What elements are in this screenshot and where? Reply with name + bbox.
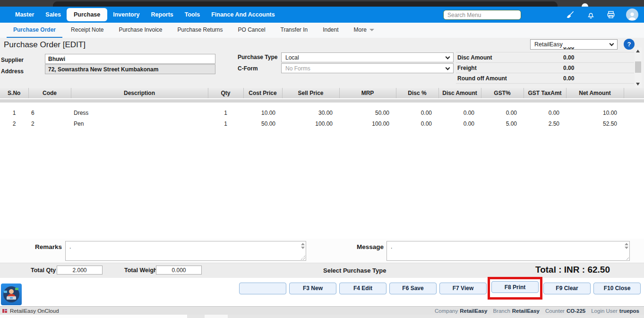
login-user-value: truepos xyxy=(619,308,639,314)
total-weight-field[interactable] xyxy=(156,266,202,275)
f4-edit-button[interactable]: F4 Edit xyxy=(339,283,386,294)
retaileasy-logo-icon xyxy=(2,308,8,314)
cell-net-amount: 10.00 xyxy=(566,107,624,118)
menu-master[interactable]: Master xyxy=(9,8,40,21)
tab-purchase-returns[interactable]: Purchase Returns xyxy=(171,23,229,38)
user-avatar[interactable] xyxy=(626,9,638,21)
table-row[interactable]: 2 2 Pen 1 50.00 100.00 100.00 0.00 0.00 … xyxy=(0,118,644,129)
remarks-label: Remarks xyxy=(35,243,62,250)
menu-reports[interactable]: Reports xyxy=(146,8,179,21)
tab-purchase-invoice[interactable]: Purchase Invoice xyxy=(112,23,169,38)
cell-qty: 1 xyxy=(208,107,243,118)
spinner-icons[interactable] xyxy=(301,243,305,249)
table-row[interactable]: 1 6 Dress 1 10.00 30.00 50.00 0.00 0.00 … xyxy=(0,107,644,118)
col-qty[interactable]: Qty xyxy=(208,88,243,98)
col-sell-price[interactable]: Sell Price xyxy=(282,88,339,98)
tab-po-cancel[interactable]: PO Cancel xyxy=(232,23,272,38)
scrollbar-thumb[interactable] xyxy=(635,61,641,73)
highlight-red-box: F8 Print xyxy=(488,277,542,300)
f7-view-button[interactable]: F7 View xyxy=(439,283,487,294)
col-mrp[interactable]: MRP xyxy=(339,88,396,98)
col-net-amount[interactable]: Net Amount xyxy=(566,88,624,98)
col-filler xyxy=(624,88,644,98)
col-gst-pct[interactable]: GST% xyxy=(481,88,524,98)
menu-sales[interactable]: Sales xyxy=(40,8,67,21)
tab-more[interactable]: More xyxy=(347,23,381,38)
supplier-field[interactable]: Bhuwi xyxy=(45,54,215,64)
spinner-icons[interactable] xyxy=(625,243,628,249)
supplier-label: Supplier xyxy=(1,57,24,63)
chevron-down-icon xyxy=(369,29,374,31)
cell-mrp: 100.00 xyxy=(339,118,396,129)
remarks-textarea[interactable]: . xyxy=(66,241,306,260)
f8-print-button[interactable]: F8 Print xyxy=(491,281,539,293)
profile-select-value: RetailEasy xyxy=(534,41,563,48)
purchase-submenu: Purchase Order Receipt Note Purchase Inv… xyxy=(0,23,644,38)
cell-filler xyxy=(624,107,644,118)
menu-purchase[interactable]: Purchase xyxy=(67,8,107,21)
cell-net-amount: 52.50 xyxy=(566,118,624,129)
support-chat-icon[interactable] xyxy=(1,284,22,305)
purchase-type-select[interactable]: Local xyxy=(281,52,454,62)
counter-value: CO-225 xyxy=(567,308,585,314)
col-disc-pct[interactable]: Disc % xyxy=(396,88,438,98)
totals-band: Total Qty Total Weight Select Purchase T… xyxy=(0,263,644,278)
col-code[interactable]: Code xyxy=(28,88,71,98)
cform-select[interactable]: No Forms xyxy=(281,63,454,73)
select-purchase-type-label[interactable]: Select Purchase Type xyxy=(323,267,386,274)
tab-purchase-order[interactable]: Purchase Order xyxy=(7,23,62,38)
menu-search xyxy=(443,10,521,20)
cell-gst-pct: 0.00 xyxy=(481,107,524,118)
charges-panel: 0.00 Disc Amount 0.00 Freight 0.00 Round… xyxy=(456,47,634,88)
charge-label: Round off Amount xyxy=(456,75,563,82)
col-description[interactable]: Description xyxy=(71,88,208,98)
top-menu-bar: Master Sales Purchase Inventory Reports … xyxy=(0,7,644,23)
col-disc-amount[interactable]: Disc Amount xyxy=(438,88,481,98)
charge-row-freight[interactable]: Freight 0.00 xyxy=(456,63,634,73)
charge-row-round-off[interactable]: Round off Amount 0.00 xyxy=(456,73,634,84)
tab-more-label: More xyxy=(354,26,367,33)
tab-receipt-note[interactable]: Receipt Note xyxy=(64,23,110,38)
col-gst-taxamt[interactable]: GST TaxAmt xyxy=(524,88,566,98)
menu-inventory[interactable]: Inventory xyxy=(107,8,145,21)
f6-save-button[interactable]: F6 Save xyxy=(389,283,437,294)
tab-indent[interactable]: Indent xyxy=(316,23,345,38)
browser-tab xyxy=(53,1,558,7)
cell-sno: 2 xyxy=(0,118,28,129)
horizontal-scrollbar[interactable] xyxy=(0,315,644,318)
cell-code: 2 xyxy=(28,118,71,129)
notifications-bell-icon[interactable] xyxy=(585,9,596,20)
message-field-wrap: . xyxy=(386,241,630,261)
f3-new-button[interactable]: F3 New xyxy=(289,283,336,294)
cell-sell-price: 30.00 xyxy=(282,107,339,118)
page-title: Purchase Order [EDIT] xyxy=(4,40,86,50)
col-cost-price[interactable]: Cost Price xyxy=(243,88,282,98)
scrollbar-thumb[interactable] xyxy=(205,315,228,318)
f9-clear-button[interactable]: F9 Clear xyxy=(543,283,591,294)
printer-icon[interactable] xyxy=(606,9,616,20)
menu-tools[interactable]: Tools xyxy=(179,8,206,21)
cell-qty: 1 xyxy=(208,118,243,129)
col-sno[interactable]: S.No xyxy=(0,88,28,98)
theme-brush-icon[interactable] xyxy=(565,9,575,20)
cell-sno: 1 xyxy=(0,107,28,118)
address-label: Address xyxy=(1,68,24,75)
charge-row-disc-amount[interactable]: Disc Amount 0.00 xyxy=(456,52,634,63)
f10-close-button[interactable]: F10 Close xyxy=(593,283,641,294)
message-textarea[interactable]: . xyxy=(387,241,629,260)
resize-handle-icon[interactable] xyxy=(625,256,629,260)
search-input[interactable] xyxy=(443,10,521,20)
resize-handle-icon[interactable] xyxy=(301,256,305,260)
cell-gst-taxamt: 0.00 xyxy=(524,107,566,118)
cell-filler xyxy=(624,118,644,129)
app-name: RetailEasy OnCloud xyxy=(10,308,59,314)
tab-transfer-in[interactable]: Transfer In xyxy=(274,23,315,38)
scroll-up-icon[interactable] xyxy=(636,50,640,52)
grand-total: Total : INR : 62.50 xyxy=(535,265,610,275)
total-qty-field[interactable] xyxy=(57,266,103,275)
cell-cost-price: 50.00 xyxy=(243,118,282,129)
scroll-down-icon[interactable] xyxy=(636,83,640,86)
charges-scrollbar[interactable] xyxy=(635,47,642,88)
blank-button[interactable] xyxy=(239,283,286,294)
menu-finance-accounts[interactable]: Finance And Accounts xyxy=(206,8,281,21)
